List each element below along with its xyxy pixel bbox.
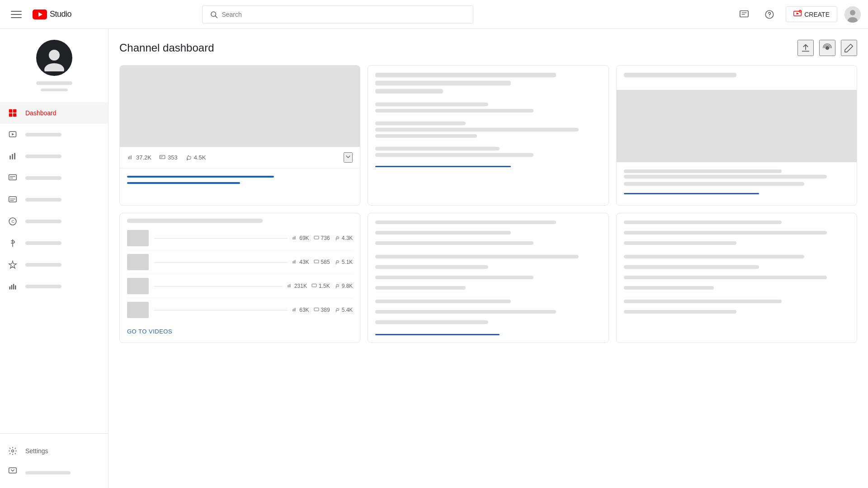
app-layout: Dashboard <box>0 29 868 488</box>
video-comments-3: 1.5K <box>311 283 330 289</box>
search-bar[interactable] <box>202 5 473 23</box>
hamburger-icon <box>11 9 22 20</box>
comments-icon <box>7 173 18 183</box>
customization-icon <box>7 259 18 270</box>
views-small-icon <box>292 259 297 265</box>
rcc2-section-1 <box>624 221 849 249</box>
video-likes-2: 5.1K <box>335 259 353 265</box>
channel-name-placeholder <box>36 81 72 85</box>
logo-link[interactable]: Studio <box>33 9 71 19</box>
expand-button[interactable] <box>344 152 353 163</box>
analytics-header <box>617 66 857 90</box>
video-likes-1: 4.3K <box>335 235 353 241</box>
metric-bar-1-container <box>127 176 353 178</box>
video-thumbnail-small <box>127 278 149 294</box>
metric-bar-2 <box>127 182 240 184</box>
help-button[interactable] <box>760 5 778 23</box>
news-line-a <box>375 103 488 106</box>
likes-val-1: 4.3K <box>342 235 353 241</box>
sidebar-item-analytics[interactable] <box>0 145 108 167</box>
rcc-section-3 <box>375 300 601 328</box>
news-line-f <box>375 147 500 150</box>
news-line-group-3 <box>375 147 601 157</box>
svg-marker-24 <box>12 133 14 136</box>
comments-val-2: 585 <box>321 259 330 265</box>
sidebar-item-audio[interactable] <box>0 276 108 297</box>
svg-marker-10 <box>797 13 799 15</box>
views-stat: 37.2K <box>127 154 151 161</box>
views-small-icon <box>287 283 292 289</box>
news-line-c <box>375 122 466 125</box>
rcc2-line-6 <box>624 276 827 279</box>
search-icon <box>210 10 218 19</box>
sidebar-item-comments[interactable] <box>0 167 108 189</box>
hamburger-menu-button[interactable] <box>7 5 25 23</box>
notifications-button[interactable] <box>735 5 753 23</box>
sidebar-content-label-placeholder <box>25 133 61 136</box>
svg-line-3 <box>216 16 217 18</box>
audio-icon <box>7 281 18 292</box>
sidebar-item-copyright[interactable]: C <box>0 211 108 232</box>
upload-button[interactable] <box>797 40 814 56</box>
table-row[interactable]: 43K 585 5.1K <box>127 250 353 274</box>
views-val-1: 69K <box>299 235 309 241</box>
edit-button[interactable] <box>841 40 857 56</box>
channel-info <box>0 29 108 102</box>
sidebar-item-customization[interactable] <box>0 254 108 276</box>
channel-sub-placeholder <box>41 89 68 91</box>
analytics-icon <box>7 151 18 162</box>
sidebar-item-content[interactable] <box>0 124 108 145</box>
rcc-line-5 <box>375 265 488 269</box>
chevron-down-icon <box>344 153 352 160</box>
go-live-button[interactable] <box>819 40 835 56</box>
views-value: 37.2K <box>136 154 151 161</box>
sidebar-bottom: Settings <box>0 433 108 488</box>
rcc-line-8 <box>375 300 511 303</box>
likes-stat: 4.5K <box>185 154 206 161</box>
rcc-line-3 <box>375 241 533 245</box>
avatar[interactable] <box>844 6 861 23</box>
settings-item[interactable]: Settings <box>7 441 101 461</box>
table-row[interactable]: 231K 1.5K 9.8K <box>127 274 353 298</box>
sep <box>154 286 283 286</box>
table-row[interactable]: 63K 389 5.4K <box>127 298 353 322</box>
sidebar-item-subtitles[interactable] <box>0 189 108 211</box>
rcc-line-1 <box>375 221 556 224</box>
table-row[interactable]: 69K 736 4.3K <box>127 226 353 250</box>
live-icon <box>822 43 832 53</box>
subtitles-icon <box>7 194 18 205</box>
video-comments-4: 389 <box>314 307 330 313</box>
views-val-3: 231K <box>294 283 307 289</box>
svg-rect-28 <box>9 175 17 180</box>
sidebar-monetization-label-placeholder <box>25 241 61 245</box>
logo-text: Studio <box>50 9 71 19</box>
channel-avatar[interactable] <box>36 40 72 76</box>
video-list-items: 69K 736 4.3K <box>120 226 360 322</box>
main-content: Channel dashboard <box>108 29 868 488</box>
svg-rect-58 <box>294 261 294 264</box>
sidebar-item-monetization[interactable] <box>0 232 108 254</box>
rcc2-section-3 <box>624 300 849 317</box>
rcc2-line-7 <box>624 286 714 290</box>
views-icon <box>127 154 134 161</box>
likes-value: 4.5K <box>194 154 206 161</box>
news-section-1 <box>375 103 601 113</box>
svg-rect-26 <box>12 154 13 160</box>
sidebar-item-dashboard[interactable]: Dashboard <box>0 102 108 124</box>
video-views-3: 231K <box>287 283 307 289</box>
svg-rect-66 <box>294 309 294 312</box>
create-button[interactable]: CREATE <box>786 6 837 22</box>
svg-rect-27 <box>14 153 15 160</box>
search-input[interactable] <box>222 11 466 18</box>
user-avatar-icon <box>844 6 861 23</box>
send-feedback-item[interactable] <box>7 461 101 481</box>
sidebar-analytics-label-placeholder <box>25 155 61 158</box>
go-to-videos-link[interactable]: GO TO VIDEOS <box>127 328 172 335</box>
metric-bar-1 <box>127 176 274 178</box>
svg-rect-22 <box>13 113 17 117</box>
sidebar-audio-label-placeholder <box>25 285 61 288</box>
feedback-icon <box>7 465 18 476</box>
video-thumbnail-small <box>127 302 149 318</box>
svg-point-15 <box>850 10 855 15</box>
svg-rect-59 <box>295 260 296 264</box>
